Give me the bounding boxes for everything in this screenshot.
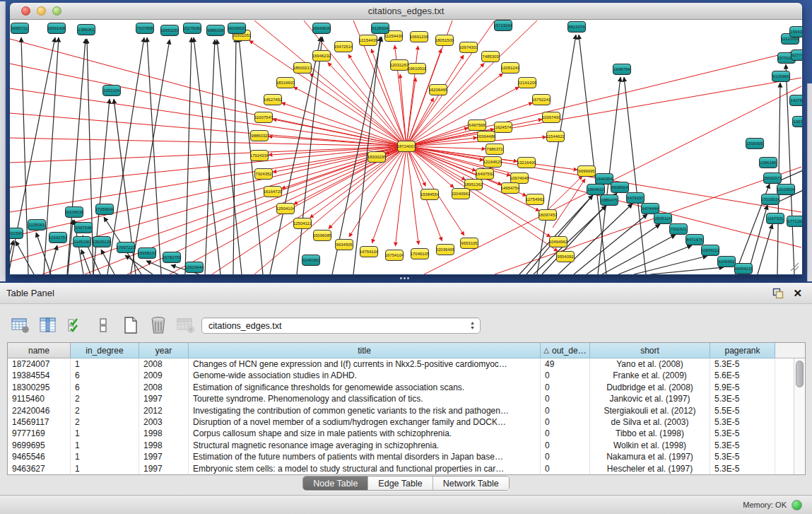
graph-node[interactable]: 12342757 [49,232,67,243]
graph-node[interactable]: 12051241 [501,62,519,74]
graph-node[interactable]: 16943609 [312,23,331,34]
graph-node[interactable]: 6479197 [626,192,645,204]
column-header-in_degree[interactable]: in_degree [71,343,139,358]
graph-node[interactable]: 17046105 [411,248,429,259]
graph-node[interactable]: 20691406 [47,23,66,34]
graph-node[interactable]: 16946232 [312,50,331,62]
graph-node[interactable]: 22036465 [436,244,454,255]
graph-node[interactable]: 13505135 [93,236,111,247]
graph-node[interactable]: 16958107 [138,247,156,259]
graph-node[interactable]: 1096166 [759,157,777,168]
table-row[interactable]: 977716911998Corpus callosum shape and si… [8,428,794,439]
graph-node[interactable]: 12031267 [390,59,408,71]
table-row[interactable]: 1830029562008Estimation of significance … [8,382,794,393]
new-document-icon[interactable] [120,315,141,336]
column-header-year[interactable]: year [139,343,189,358]
graph-node[interactable]: 1385061 [77,24,95,35]
graph-node[interactable]: 13216409 [517,157,536,168]
graph-node[interactable]: 15692971 [763,173,782,184]
graph-node[interactable]: 9554092 [556,251,575,262]
graph-node[interactable]: 9886038 [206,25,225,36]
table-row[interactable]: 969969511998Structural magnetic resonanc… [8,440,794,451]
tab-network-table[interactable]: Network Table [433,477,509,490]
graph-node[interactable]: 19384554 [420,189,439,200]
graph-node[interactable]: 16782759 [163,252,181,263]
network-window-titlebar[interactable]: citations_edges.txt [10,3,802,20]
graph-node[interactable]: 6771209 [787,216,802,227]
table-row[interactable]: 2242004622012Investigating the contribut… [8,405,794,416]
graph-node[interactable]: 7924352 [254,168,273,180]
column-header-title[interactable]: title [189,343,541,358]
table-row[interactable]: 1872400712008Changes of HCN gene express… [8,358,794,370]
table-row[interactable]: 911546021997Tourette syndrome. Phenomeno… [8,393,794,404]
graph-node[interactable]: 6497568 [468,119,486,131]
graph-node[interactable]: 10464962 [549,236,567,247]
table-row[interactable]: 1456911722003Disruption of a novel membe… [8,416,794,428]
graph-node[interactable]: 17359934 [95,204,114,215]
graph-node[interactable]: 11007547 [254,112,273,123]
unselect-all-icon[interactable] [93,315,114,336]
graph-node[interactable]: 16006537 [228,23,246,34]
graph-node[interactable]: 9129966 [772,71,790,82]
table-selector-dropdown[interactable]: citations_edges.txt ▲▼ [201,317,481,334]
graph-node[interactable]: 1594043 [789,26,802,37]
table-vertical-scrollbar[interactable] [794,358,805,474]
graph-node[interactable]: 12504113 [293,218,312,229]
graph-node[interactable]: 7637858 [136,23,154,34]
delete-icon[interactable] [148,315,169,336]
graph-node[interactable]: 11544621 [546,131,565,142]
graph-node[interactable]: 15723064 [494,20,512,31]
graph-node[interactable]: 2935114 [654,213,672,224]
float-panel-icon[interactable] [772,288,784,299]
graph-node[interactable]: 14527452 [264,94,282,105]
graph-node[interactable]: 1889475 [600,194,618,206]
graph-node[interactable]: 1864610 [587,184,605,195]
show-columns-icon[interactable] [37,315,59,336]
graph-node[interactable]: 16164729 [264,186,282,197]
graph-node[interactable]: 9653105 [460,238,478,249]
graph-node[interactable]: 14754104 [360,246,378,257]
graph-node[interactable]: 9886032 [250,130,269,141]
graph-node[interactable]: 7986372 [486,144,504,155]
tab-edge-table[interactable]: Edge Table [368,477,433,490]
graph-node[interactable]: 8128304 [371,23,389,34]
graph-node[interactable]: 1427896 [789,95,802,106]
graph-node[interactable]: 1648794 [613,64,631,75]
graph-node[interactable]: 1135061 [28,219,46,230]
graph-node[interactable]: 9245652 [717,256,736,267]
graph-node[interactable]: 18316603 [276,77,295,88]
graph-node[interactable]: 10367493 [542,112,560,123]
column-header-short[interactable]: short [590,343,710,358]
graph-node[interactable]: 1595905 [746,138,764,149]
graph-node[interactable]: 16097453 [539,209,557,221]
graph-node[interactable]: 9097548 [74,222,93,233]
graph-node[interactable]: 7485303 [481,51,500,62]
graph-node[interactable]: 20206536 [65,206,83,218]
graph-node[interactable]: 1145190 [73,236,91,247]
graph-node[interactable]: 18051509 [435,35,454,46]
canvas-resize-grip-icon[interactable] [788,260,799,271]
column-header-pagerank[interactable]: pagerank [710,343,775,358]
graph-node[interactable]: 1167531 [766,213,784,224]
network-canvas[interactable]: 1872400711254439121544391547251416946232… [10,20,802,274]
graph-node[interactable]: 16206465 [429,84,447,95]
graph-node[interactable]: 16754104 [385,250,404,261]
graph-node[interactable]: 9245082 [302,255,320,266]
graph-node[interactable]: 16454215 [734,263,753,274]
graph-node[interactable]: 1624574 [494,122,512,133]
graph-node[interactable]: 10654112 [701,245,719,256]
graph-node[interactable]: 20364486 [477,131,495,142]
column-header-name[interactable]: name [8,343,71,358]
graph-node[interactable]: 10974303 [459,42,478,53]
graph-node[interactable]: 18600217 [293,62,312,74]
graph-node[interactable]: 8471676 [686,234,704,245]
graph-node[interactable]: 16752241 [532,94,551,105]
table-row[interactable]: 946362711997Embryonic stem cells: a mode… [8,463,794,474]
graph-node[interactable]: 10661206 [410,31,428,42]
graph-node[interactable]: 15096085 [313,230,331,241]
graph-node[interactable]: 8938924 [611,182,629,193]
graph-node[interactable]: 9277461 [791,49,802,61]
graph-node[interactable]: 15472514 [334,41,353,52]
graph-node[interactable]: 16497592 [476,168,494,180]
graph-node[interactable]: 15276082 [183,23,201,34]
